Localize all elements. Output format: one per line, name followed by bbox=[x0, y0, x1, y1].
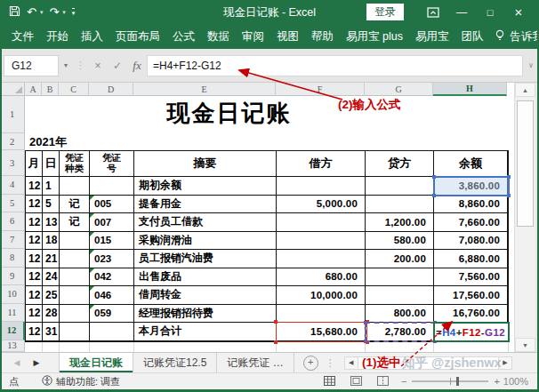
cell-C10[interactable] bbox=[60, 286, 90, 305]
page-break-preview-icon[interactable] bbox=[377, 376, 389, 388]
cell-E10[interactable]: 借周转金 bbox=[134, 286, 277, 305]
row-header-8[interactable]: 8 bbox=[0, 249, 25, 268]
cell-F10[interactable]: 10,000.00 bbox=[277, 286, 366, 305]
cancel-icon[interactable]: × bbox=[88, 60, 108, 72]
vertical-scrollbar[interactable]: ▲ ▼ bbox=[514, 83, 535, 352]
cell-B10[interactable]: 25 bbox=[43, 286, 60, 305]
cell-E9[interactable]: 出售废品 bbox=[134, 268, 277, 287]
column-header-H[interactable]: H bbox=[433, 83, 507, 96]
cell-A6[interactable]: 12 bbox=[26, 213, 43, 232]
minimize-button[interactable]: — bbox=[448, 0, 475, 24]
cell-G4[interactable] bbox=[366, 177, 434, 196]
sheet-tab-2[interactable]: 记账凭证 … bbox=[217, 353, 294, 372]
cell-F9[interactable]: 680.00 bbox=[277, 268, 366, 287]
insert-function-icon[interactable]: fx bbox=[127, 59, 147, 73]
close-button[interactable]: × bbox=[505, 0, 532, 24]
enter-icon[interactable]: ✓ bbox=[108, 60, 127, 72]
column-header-G[interactable]: G bbox=[365, 83, 433, 96]
cell-B6[interactable]: 13 bbox=[43, 213, 60, 232]
cell-D6[interactable]: 007 bbox=[90, 213, 134, 232]
ribbon-tab-10[interactable]: 易用宝 bbox=[409, 24, 455, 49]
cell-A9[interactable]: 12 bbox=[26, 268, 43, 287]
cell-D5[interactable]: 005 bbox=[90, 196, 134, 214]
zoom-slider[interactable]: − + bbox=[401, 376, 500, 387]
column-header-D[interactable]: D bbox=[89, 83, 133, 96]
vertical-scrollbar-thumb[interactable] bbox=[517, 100, 534, 227]
cell-G10[interactable] bbox=[366, 286, 434, 305]
row-header-3[interactable]: 3 bbox=[0, 150, 25, 176]
name-box-dropdown-icon[interactable]: ▾ bbox=[59, 61, 73, 69]
cell-D7[interactable]: 015 bbox=[90, 232, 134, 251]
cell-C4[interactable] bbox=[60, 177, 90, 196]
cell-F11[interactable] bbox=[277, 305, 366, 324]
cell-D11[interactable]: 059 bbox=[90, 305, 134, 324]
cell-C6[interactable]: 记 bbox=[60, 213, 90, 232]
cell-C11[interactable] bbox=[60, 305, 90, 324]
column-header-E[interactable]: E bbox=[133, 83, 276, 96]
ribbon-tab-2[interactable]: 插入 bbox=[75, 24, 109, 49]
cell-D12[interactable] bbox=[90, 323, 134, 341]
cell-E11[interactable]: 经理报销招待费 bbox=[134, 305, 277, 324]
tab-nav-left-icon[interactable]: ◀ bbox=[7, 353, 27, 372]
column-header-A[interactable]: A bbox=[25, 83, 42, 96]
cell-A8[interactable]: 12 bbox=[26, 250, 43, 268]
cell-G6[interactable]: 1,200.00 bbox=[366, 213, 434, 232]
row-header-7[interactable]: 7 bbox=[0, 231, 25, 250]
row-header-9[interactable]: 9 bbox=[0, 268, 25, 286]
cell-E4[interactable]: 期初余额 bbox=[134, 177, 277, 196]
column-header-C[interactable]: C bbox=[59, 83, 89, 96]
cell-E8[interactable]: 员工报销汽油费 bbox=[134, 250, 277, 268]
row-header-5[interactable]: 5 bbox=[0, 195, 25, 213]
login-button[interactable]: 登录 bbox=[366, 4, 404, 20]
cell-E5[interactable]: 提备用金 bbox=[134, 196, 277, 214]
cell-E12[interactable]: 本月合计 bbox=[134, 323, 277, 341]
cell-B8[interactable]: 21 bbox=[43, 250, 60, 268]
row-header-11[interactable]: 11 bbox=[0, 304, 25, 323]
cell-A12[interactable]: 12 bbox=[26, 323, 43, 341]
ribbon-tab-9[interactable]: 易用宝 plus bbox=[340, 24, 409, 49]
tab-options-icon[interactable]: ⋮ bbox=[326, 357, 335, 369]
zoom-in-icon[interactable]: + bbox=[494, 376, 499, 387]
name-box[interactable]: G12 bbox=[4, 55, 59, 76]
cell-E7[interactable]: 采购润滑油 bbox=[134, 232, 277, 251]
row-header-12[interactable]: 12 bbox=[0, 322, 25, 340]
ribbon-tab-11[interactable]: 团队 bbox=[455, 24, 489, 49]
cell-C7[interactable] bbox=[60, 232, 90, 251]
cell-A7[interactable]: 12 bbox=[26, 232, 43, 251]
tab-nav-right-icon[interactable]: ▶ bbox=[27, 353, 46, 372]
row-header-6[interactable]: 6 bbox=[0, 212, 25, 231]
zoom-track[interactable] bbox=[412, 380, 488, 382]
cell-G7[interactable]: 580.00 bbox=[366, 232, 434, 251]
ribbon-tab-5[interactable]: 数据 bbox=[201, 24, 236, 49]
cell-H9[interactable]: 7,560.00 bbox=[434, 268, 508, 287]
cell-C5[interactable]: 记 bbox=[60, 196, 90, 214]
accessibility-status[interactable]: 辅助功能: 调查 bbox=[42, 375, 120, 388]
edit-cell-h12[interactable]: =H4+F12-G12 bbox=[433, 322, 510, 342]
cell-G8[interactable]: 200.00 bbox=[366, 250, 434, 268]
row-header-10[interactable]: 10 bbox=[0, 285, 25, 304]
normal-view-icon[interactable] bbox=[324, 376, 335, 388]
new-sheet-icon[interactable]: + bbox=[303, 356, 318, 371]
cell-B9[interactable]: 24 bbox=[43, 268, 60, 287]
cell-B12[interactable]: 31 bbox=[43, 323, 60, 341]
cell-D4[interactable] bbox=[90, 177, 134, 196]
cell-A4[interactable]: 12 bbox=[26, 177, 43, 196]
sheet-tab-1[interactable]: 记账凭证12.5 bbox=[133, 353, 217, 372]
cell-B4[interactable]: 1 bbox=[43, 177, 60, 196]
cell-H5[interactable]: 8,860.00 bbox=[434, 196, 508, 214]
cell-B11[interactable]: 28 bbox=[43, 305, 60, 324]
cell-G5[interactable] bbox=[366, 196, 434, 214]
cell-G9[interactable] bbox=[366, 268, 434, 287]
cell-B7[interactable]: 18 bbox=[43, 232, 60, 251]
ribbon-tab-0[interactable]: 文件 bbox=[5, 24, 40, 49]
cell-F6[interactable] bbox=[277, 213, 366, 232]
sheet-tab-0[interactable]: 现金日记账 bbox=[59, 353, 133, 372]
cell-D9[interactable]: 042 bbox=[90, 268, 134, 287]
ribbon-tab-6[interactable]: 审阅 bbox=[236, 24, 270, 49]
ribbon-tab-3[interactable]: 页面布局 bbox=[109, 24, 166, 49]
row-header-2[interactable]: 2 bbox=[0, 133, 25, 150]
cell-F4[interactable] bbox=[277, 177, 366, 196]
cell-F5[interactable]: 5,000.00 bbox=[277, 196, 366, 214]
zoom-out-icon[interactable]: − bbox=[401, 376, 406, 387]
tell-me-button[interactable]: 告诉我 bbox=[495, 29, 539, 44]
